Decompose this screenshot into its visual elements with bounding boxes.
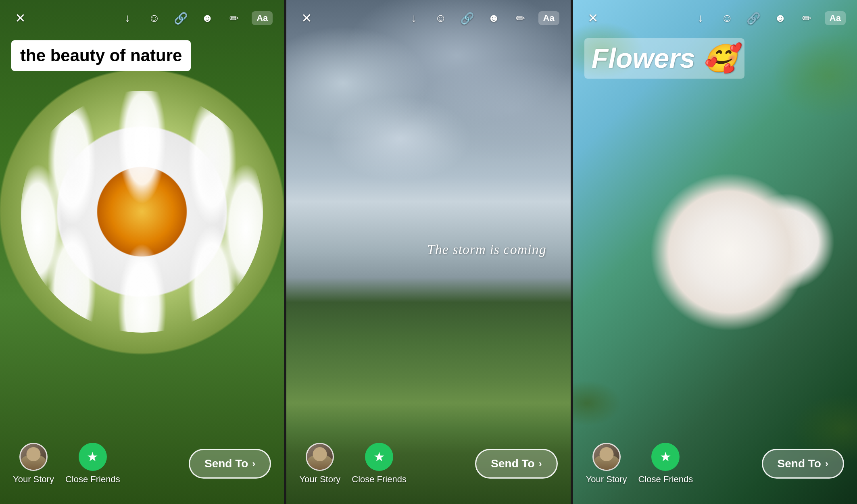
close-icon-2[interactable]: ✕ bbox=[298, 9, 315, 27]
close-friends-circle-3: ★ bbox=[651, 443, 680, 471]
text-tool[interactable]: Aa bbox=[252, 11, 273, 25]
toolbar-left-3: ✕ bbox=[584, 9, 610, 27]
star-icon-2: ★ bbox=[373, 449, 385, 464]
bottom-controls-2: Your Story ★ Close Friends Send To › bbox=[286, 431, 570, 504]
close-friends-button-3[interactable]: ★ Close Friends bbox=[638, 443, 693, 485]
toolbar-icons-3: ↓ ☺ 🔗 ☻ ✏ Aa bbox=[692, 9, 846, 27]
story-panel-1: ✕ ↓ ☺ 🔗 ☻ ✏ Aa the beauty of nature Your… bbox=[0, 0, 284, 504]
avatar-3 bbox=[592, 443, 621, 471]
bottom-controls-1: Your Story ★ Close Friends Send To › bbox=[0, 431, 284, 504]
link-icon-3[interactable]: 🔗 bbox=[745, 9, 763, 27]
scribble-icon-2[interactable]: ✏ bbox=[512, 9, 530, 27]
close-icon[interactable]: ✕ bbox=[11, 9, 29, 27]
download-icon[interactable]: ↓ bbox=[119, 9, 136, 27]
send-to-label-2: Send To bbox=[491, 457, 534, 470]
scribble-icon-3[interactable]: ✏ bbox=[798, 9, 816, 27]
bottom-left-3: Your Story ★ Close Friends bbox=[586, 443, 693, 485]
your-story-label-2: Your Story bbox=[299, 474, 340, 485]
face-effects-icon-2[interactable]: ☺ bbox=[432, 9, 450, 27]
bottom-left-1: Your Story ★ Close Friends bbox=[13, 443, 120, 485]
bottom-left-2: Your Story ★ Close Friends bbox=[299, 443, 407, 485]
star-icon-3: ★ bbox=[660, 449, 671, 464]
your-story-button-2[interactable]: Your Story bbox=[299, 443, 340, 485]
text-tool-2[interactable]: Aa bbox=[538, 11, 559, 25]
send-to-button-3[interactable]: Send To › bbox=[762, 449, 844, 479]
toolbar-left-2: ✕ bbox=[298, 9, 323, 27]
download-icon-2[interactable]: ↓ bbox=[405, 9, 423, 27]
text-tool-3[interactable]: Aa bbox=[825, 11, 846, 25]
your-story-button-1[interactable]: Your Story bbox=[13, 443, 54, 485]
story-title-2: The storm is coming bbox=[427, 242, 546, 257]
close-friends-circle-1: ★ bbox=[79, 443, 107, 471]
send-to-label-3: Send To bbox=[778, 457, 821, 470]
close-icon-3[interactable]: ✕ bbox=[584, 9, 602, 27]
link-icon-2[interactable]: 🔗 bbox=[459, 9, 476, 27]
toolbar-icons-1: ↓ ☺ 🔗 ☻ ✏ Aa bbox=[119, 9, 273, 27]
chevron-right-icon-3: › bbox=[825, 458, 828, 469]
send-to-button-1[interactable]: Send To › bbox=[189, 449, 271, 479]
face-effects-icon-3[interactable]: ☺ bbox=[718, 9, 736, 27]
chevron-right-icon-1: › bbox=[252, 458, 255, 469]
face-effects-icon[interactable]: ☺ bbox=[145, 9, 163, 27]
sticker-icon[interactable]: ☻ bbox=[198, 9, 216, 27]
toolbar-3: ✕ ↓ ☺ 🔗 ☻ ✏ Aa bbox=[573, 0, 857, 36]
sticker-icon-2[interactable]: ☻ bbox=[485, 9, 503, 27]
sticker-icon-3[interactable]: ☻ bbox=[772, 9, 789, 27]
close-friends-label-3: Close Friends bbox=[638, 474, 693, 485]
close-friends-label-1: Close Friends bbox=[65, 474, 120, 485]
avatar-2 bbox=[306, 443, 334, 471]
bottom-controls-3: Your Story ★ Close Friends Send To › bbox=[573, 431, 857, 504]
toolbar-icons-2: ↓ ☺ 🔗 ☻ ✏ Aa bbox=[405, 9, 559, 27]
star-icon-1: ★ bbox=[87, 449, 98, 464]
story-panel-2: ✕ ↓ ☺ 🔗 ☻ ✏ Aa The storm is coming Your … bbox=[286, 0, 570, 504]
toolbar-left-1: ✕ bbox=[11, 9, 37, 27]
your-story-button-3[interactable]: Your Story bbox=[586, 443, 627, 485]
scribble-icon[interactable]: ✏ bbox=[225, 9, 243, 27]
close-friends-button-1[interactable]: ★ Close Friends bbox=[65, 443, 120, 485]
your-story-label-1: Your Story bbox=[13, 474, 54, 485]
story-title-3: Flowers 🥰 bbox=[584, 38, 744, 79]
link-icon[interactable]: 🔗 bbox=[172, 9, 190, 27]
toolbar-1: ✕ ↓ ☺ 🔗 ☻ ✏ Aa bbox=[0, 0, 284, 36]
story-background-1 bbox=[0, 0, 284, 504]
download-icon-3[interactable]: ↓ bbox=[692, 9, 709, 27]
send-to-label-1: Send To bbox=[204, 457, 248, 470]
toolbar-2: ✕ ↓ ☺ 🔗 ☻ ✏ Aa bbox=[286, 0, 570, 36]
close-friends-button-2[interactable]: ★ Close Friends bbox=[352, 443, 407, 485]
chevron-right-icon-2: › bbox=[539, 458, 542, 469]
avatar-1 bbox=[19, 443, 48, 471]
story-panel-3: ✕ ↓ ☺ 🔗 ☻ ✏ Aa Flowers 🥰 Your Story ★ Cl… bbox=[573, 0, 857, 504]
send-to-button-2[interactable]: Send To › bbox=[475, 449, 557, 479]
close-friends-label-2: Close Friends bbox=[352, 474, 407, 485]
story-title-1: the beauty of nature bbox=[11, 40, 191, 71]
close-friends-circle-2: ★ bbox=[365, 443, 393, 471]
your-story-label-3: Your Story bbox=[586, 474, 627, 485]
